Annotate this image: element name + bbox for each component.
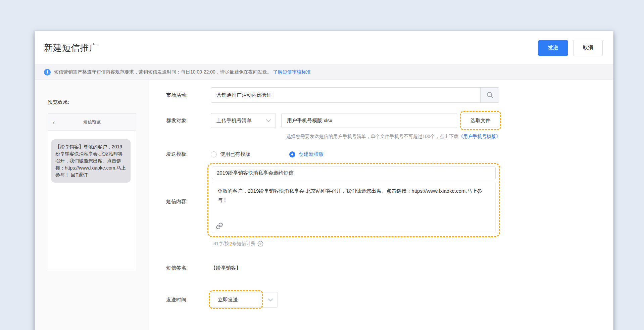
header-actions: 发送 取消: [538, 40, 603, 56]
campaign-search-button[interactable]: [480, 88, 499, 102]
choose-file-button[interactable]: 选取文件: [463, 113, 498, 128]
radio-checked-icon: [289, 151, 295, 157]
send-time-label: 发送时间:: [166, 297, 211, 303]
campaign-label: 市场活动:: [166, 92, 211, 98]
audience-helper-text: 选择您需要发送短信的用户手机号清单，单个文件手机号不可超过100个，点击下载《用…: [211, 134, 501, 140]
review-standard-link[interactable]: 了解短信审核标准: [273, 69, 311, 75]
sms-phone-preview: ‹ 短信预览 【纷享销客】尊敬的客户，2019纷享销客快消私享会·北京站即将召开…: [48, 113, 136, 271]
sms-promotion-card: 新建短信推广 发送 取消 i 短信营销需严格遵守短信内容规范要求，营销短信发送时…: [35, 31, 613, 330]
signature-label: 短信签名:: [166, 265, 211, 271]
back-chevron-icon: ‹: [53, 119, 55, 126]
billing-prefix: 81字/按: [213, 241, 229, 247]
campaign-input-group: [211, 87, 499, 103]
audience-controls: 上传手机号清单 用户手机号模版.xlsx 选取文件: [211, 111, 501, 130]
campaign-row: 市场活动:: [166, 87, 613, 103]
billing-suffix: 条短信计费: [232, 241, 255, 247]
uploaded-file-field[interactable]: 用户手机号模版.xlsx: [281, 113, 457, 128]
template-radios: 使用已有模版 创建新模版: [211, 151, 324, 157]
chevron-down-icon: [268, 298, 273, 301]
audience-type-dropdown[interactable]: 上传手机号清单: [211, 113, 276, 128]
chevron-down-icon: [266, 119, 271, 122]
audience-label: 群发对象:: [166, 117, 211, 124]
cancel-button[interactable]: 取消: [573, 40, 603, 56]
page-title: 新建短信推广: [44, 42, 98, 54]
radio-existing-label: 使用已有模版: [220, 151, 250, 157]
billing-count: 2: [229, 241, 232, 246]
send-time-row: 发送时间: 立即发送: [166, 292, 613, 308]
campaign-input[interactable]: [211, 88, 480, 102]
preview-label: 预览效果:: [48, 99, 149, 105]
sms-content-textarea[interactable]: 尊敬的客户，2019纷享销客快消私享会·北京站即将召开，我们诚邀您出席。点击链接…: [212, 182, 496, 233]
radio-unchecked-icon: [211, 151, 217, 157]
signature-row: 短信签名: 【纷享销客】: [166, 265, 613, 271]
link-icon: [216, 222, 223, 230]
sms-content-label: 短信内容:: [166, 163, 211, 237]
template-label: 发送模板:: [166, 151, 211, 157]
signature-value: 【纷享销客】: [211, 265, 241, 271]
send-button[interactable]: 发送: [538, 40, 568, 56]
card-body: 预览效果: ‹ 短信预览 【纷享销客】尊敬的客户，2019纷享销客快消私享会·北…: [35, 80, 613, 330]
audience-row: 群发对象: 上传手机号清单 用户手机号模版.xlsx 选取文件: [166, 111, 613, 130]
preview-sidebar: 预览效果: ‹ 短信预览 【纷享销客】尊敬的客户，2019纷享销客快消私享会·北…: [35, 80, 149, 330]
billing-row: 81字/按 2条短信计费 ?: [166, 241, 613, 247]
phone-preview-header: ‹ 短信预览: [48, 114, 136, 131]
billing-spacer: [166, 241, 211, 247]
uploaded-file-name: 用户手机号模版.xlsx: [287, 117, 332, 124]
phone-preview-title: 短信预览: [83, 119, 101, 125]
billing-help-button[interactable]: ?: [257, 241, 263, 247]
notice-text: 短信营销需严格遵守短信内容规范要求，营销短信发送时间：每日10:00-22:00…: [54, 69, 272, 75]
audience-helper-row: 选择您需要发送短信的用户手机号清单，单个文件手机号不可超过100个，点击下载《用…: [166, 134, 613, 140]
info-icon: i: [44, 69, 51, 76]
send-time-dropdown[interactable]: 立即发送: [211, 292, 278, 308]
page-header: 新建短信推广 发送 取消: [35, 31, 613, 64]
help-icon: ?: [257, 241, 263, 247]
sms-content-wrap: 尊敬的客户，2019纷享销客快消私享会·北京站即将召开，我们诚邀您出席。点击链接…: [212, 182, 496, 233]
billing-info: 81字/按 2条短信计费 ?: [211, 241, 263, 247]
helper-text-body: 选择您需要发送短信的用户手机号清单，单个文件手机号不可超过100个，点击下载: [286, 134, 458, 139]
template-mode-row: 发送模板: 使用已有模版 创建新模版: [166, 151, 613, 157]
audience-type-value: 上传手机号清单: [216, 117, 252, 124]
sms-message-bubble: 【纷享销客】尊敬的客户，2019纷享销客快消私享会·北京站即将召开，我们诚邀您出…: [51, 139, 131, 183]
phone-template-download-link[interactable]: 《用户手机号模版》: [458, 134, 501, 139]
svg-text:?: ?: [259, 242, 261, 246]
sms-content-row: 短信内容: 尊敬的客户，2019纷享销客快消私享会·北京站即将召开，我们诚邀您出…: [166, 163, 613, 237]
sms-form: 市场活动: 群发对象: 上传手机号清单: [149, 80, 613, 330]
template-name-input[interactable]: [212, 167, 496, 179]
notice-bar: i 短信营销需严格遵守短信内容规范要求，营销短信发送时间：每日10:00-22:…: [35, 64, 613, 80]
radio-new-label: 创建新模版: [299, 151, 324, 157]
send-time-value: 立即发送: [211, 292, 263, 307]
template-highlight-box: 尊敬的客户，2019纷享销客快消私享会·北京站即将召开，我们诚邀您出席。点击链接…: [207, 163, 500, 237]
insert-link-button[interactable]: [215, 222, 224, 230]
choose-file-highlight: 选取文件: [460, 111, 501, 130]
helper-spacer: [166, 134, 211, 140]
radio-new-template[interactable]: 创建新模版: [289, 151, 324, 157]
search-icon: [486, 91, 494, 99]
radio-existing-template[interactable]: 使用已有模版: [211, 151, 250, 157]
send-time-caret-button[interactable]: [263, 292, 278, 307]
